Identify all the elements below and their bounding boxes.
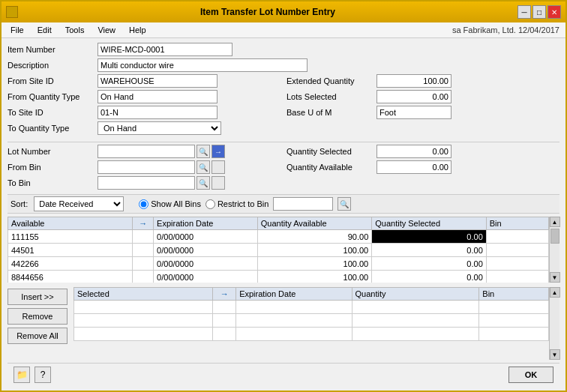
to-bin-search-icon[interactable]: 🔍 [196,176,210,190]
lot-number-row: Lot Number 🔍 → [8,145,280,158]
sort-select[interactable]: Date Received Lot Number Expiration Date [34,196,124,211]
qty-available-row: Quantity Available [286,160,560,174]
avail-cell-qtyavail: 100.00 [257,244,372,257]
from-bin-input[interactable] [98,160,195,174]
selected-table: Selected → Expiration Date Quantity Bin [74,287,549,341]
qty-selected-input[interactable] [376,145,452,158]
description-row: Description [8,58,560,72]
from-site-label: From Site ID [8,76,98,85]
from-bin-arrow-icon[interactable] [212,160,225,174]
scroll-up-arrow[interactable]: ▲ [550,217,560,227]
description-label: Description [8,61,98,70]
bin-filter-input[interactable] [273,197,333,211]
to-bin-input[interactable] [98,176,195,190]
available-row[interactable]: 442266 0/00/0000 100.00 0.00 [8,257,549,271]
available-row[interactable]: 8844656 0/00/0000 100.00 0.00 [8,271,549,283]
item-number-row: Item Number [8,43,560,56]
qty-available-input[interactable] [376,160,452,174]
avail-cell-bin [486,271,548,283]
avail-cell-lot: 8844656 [8,271,133,283]
selected-empty-row2 [74,314,549,328]
maximize-button[interactable]: □ [532,5,546,19]
menu-item-edit[interactable]: Edit [32,24,58,36]
avail-col-qtyavail: Quantity Available [257,217,372,230]
qty-selected-label: Quantity Selected [286,147,376,156]
avail-cell-qtysel: 0.00 [372,271,487,283]
from-site-input[interactable] [98,74,218,88]
item-number-input[interactable] [98,43,232,56]
to-site-input[interactable] [98,106,218,119]
lot-number-input[interactable] [98,145,195,158]
sel-scroll-down[interactable]: ▼ [550,349,560,360]
selected-empty-row1 [74,301,549,314]
available-table-section: Available → Expiration Date Quantity Ava… [8,217,560,283]
show-all-bins-radio[interactable]: Show All Bins [139,199,201,209]
sel-scroll-up[interactable]: ▲ [550,287,560,298]
avail-col-arrow: → [133,217,154,230]
folder-icon-button[interactable]: 📁 [14,367,30,383]
lot-number-label: Lot Number [8,147,98,156]
qty-available-label: Quantity Available [286,163,376,172]
avail-cell-bin [486,257,548,271]
lot-arrow-icon[interactable]: → [212,145,225,158]
insert-button[interactable]: Insert >> [8,289,68,305]
lots-selected-input[interactable] [376,90,452,103]
menu-item-help[interactable]: Help [123,24,152,36]
from-qty-type-input[interactable] [98,90,218,103]
selected-table-section: Selected → Expiration Date Quantity Bin [74,287,560,360]
base-uofm-input[interactable] [376,106,452,119]
avail-cell-arrow [133,257,154,271]
scroll-down-arrow[interactable]: ▼ [550,272,560,283]
to-bin-arrow-icon[interactable] [212,176,225,190]
base-uofm-row: Base U of M [286,106,560,119]
base-uofm-label: Base U of M [286,108,376,117]
menu-item-tools[interactable]: Tools [59,24,91,36]
available-table-container: Available → Expiration Date Quantity Ava… [8,217,549,283]
avail-cell-qtysel: 0.00 [372,244,487,257]
action-buttons: Insert >> Remove Remove All [8,287,68,360]
ext-qty-input[interactable] [376,74,452,88]
sort-label: Sort: [10,199,28,208]
ok-button[interactable]: OK [508,367,554,383]
avail-cell-expdate: 0/00/0000 [154,230,258,244]
to-bin-row: To Bin 🔍 [8,176,280,190]
to-qty-type-row: To Quantity Type On Hand [8,121,280,135]
available-row[interactable]: 111155 0/00/0000 90.00 0.00 [8,230,549,244]
avail-cell-arrow [133,271,154,283]
to-bin-input-group: 🔍 [98,176,225,190]
selected-table-scrollbar[interactable]: ▲ ▼ [549,287,560,360]
lot-bin-right: Quantity Selected Quantity Available [286,145,560,192]
remove-all-button[interactable]: Remove All [8,328,68,344]
window-title: Item Transfer Lot Number Entry [18,7,518,17]
footer: 📁 ? OK [8,363,560,386]
avail-cell-expdate: 0/00/0000 [154,271,258,283]
user-info: sa Fabrikam, Ltd. 12/04/2017 [452,25,562,34]
scroll-thumb[interactable] [550,229,560,244]
restrict-to-bin-radio[interactable]: Restrict to Bin [206,199,268,209]
avail-cell-expdate: 0/00/0000 [154,244,258,257]
available-table-scrollbar[interactable]: ▲ ▼ [549,217,560,283]
description-input[interactable] [98,58,308,72]
sort-row: Sort: Date Received Lot Number Expiratio… [8,194,560,214]
minimize-button[interactable]: ─ [518,5,531,19]
footer-icons: 📁 ? [14,367,51,383]
to-qty-type-select[interactable]: On Hand [98,121,221,135]
help-icon-button[interactable]: ? [34,367,51,383]
avail-cell-lot: 111155 [8,230,133,244]
from-qty-type-label: From Quantity Type [8,92,98,101]
available-table: Available → Expiration Date Quantity Ava… [8,217,549,283]
from-bin-search-icon[interactable]: 🔍 [196,160,210,174]
close-button[interactable]: ✕ [548,5,561,19]
lots-selected-label: Lots Selected [286,92,376,101]
menu-item-view[interactable]: View [92,24,122,36]
ext-qty-row: Extended Quantity [286,74,560,88]
from-site-row: From Site ID [8,74,280,88]
menu-bar: FileEditToolsViewHelp sa Fabrikam, Ltd. … [2,22,566,38]
menu-item-file[interactable]: File [4,24,30,36]
lot-number-input-group: 🔍 → [98,145,225,158]
bin-filter-search-icon[interactable]: 🔍 [338,197,351,211]
lot-search-icon[interactable]: 🔍 [196,145,210,158]
remove-button[interactable]: Remove [8,308,68,325]
right-info: Extended Quantity Lots Selected Base U o… [286,74,560,137]
available-row[interactable]: 44501 0/00/0000 100.00 0.00 [8,244,549,257]
